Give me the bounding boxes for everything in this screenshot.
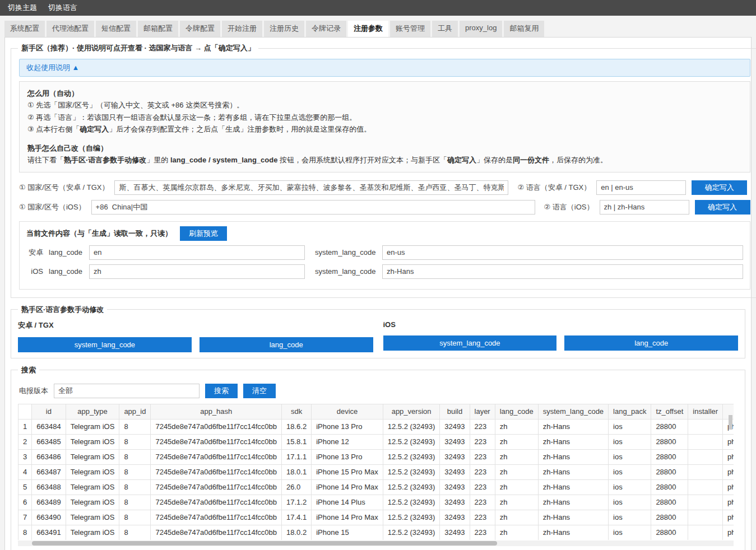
ios-system-lang-code-button[interactable]: system_lang_code — [383, 335, 557, 351]
expert-section: 熟手区·语言参数手动修改 安卓 / TGX system_lang_code l… — [11, 305, 745, 358]
tab-邮箱配置[interactable]: 邮箱配置 — [138, 21, 178, 37]
table-cell: 15.8.1 — [282, 434, 312, 449]
ios-lang-code-button[interactable]: lang_code — [564, 335, 738, 351]
table-header-cell: id — [32, 404, 66, 419]
table-cell: 223 — [470, 449, 495, 464]
tab-proxy_log[interactable]: proxy_log — [460, 21, 502, 37]
table-cell: Telegram iOS — [66, 495, 119, 510]
table-header-cell: lang_code — [495, 404, 538, 419]
table-cell: 3 — [18, 449, 32, 464]
main-panel: 新手区（推荐）· 使用说明可点开查看 · 选国家与语言 → 点「确定写入」 收起… — [4, 37, 752, 550]
table-cell: 663485 — [32, 434, 66, 449]
android-lang-code-value[interactable] — [89, 245, 305, 260]
table-cell: 663489 — [32, 495, 66, 510]
expert-howto-line: 请往下看「熟手区·语言参数手动修改」里的 lang_code / system_… — [27, 154, 742, 166]
table-cell — [688, 525, 723, 540]
tab-令牌配置[interactable]: 令牌配置 — [180, 21, 220, 37]
table-cell: ios — [609, 525, 651, 540]
android-language-input[interactable] — [596, 180, 686, 195]
table-cell: ph.t — [723, 525, 734, 540]
table-cell: zh — [495, 525, 538, 540]
ios-write-button[interactable]: 确定写入 — [695, 200, 750, 215]
tab-短信配置[interactable]: 短信配置 — [96, 21, 136, 37]
table-cell: Telegram iOS — [66, 479, 119, 495]
tab-账号管理[interactable]: 账号管理 — [390, 21, 430, 37]
table-cell: Telegram iOS — [66, 525, 119, 540]
tab-bar: 系统配置代理池配置短信配置邮箱配置令牌配置开始注册注册历史令牌记录注册参数账号管… — [0, 16, 756, 37]
table-cell: iPhone 14 Pro Max — [312, 479, 383, 495]
table-cell: 12.5.2 (32493) — [383, 495, 440, 510]
telegram-version-input[interactable] — [54, 384, 200, 398]
table-cell: 223 — [470, 434, 495, 449]
clear-button[interactable]: 清空 — [243, 384, 276, 398]
table-cell: 223 — [470, 495, 495, 510]
table-cell: 663484 — [32, 419, 66, 434]
expert-android-title: 安卓 / TGX — [18, 320, 373, 330]
table-cell: zh — [495, 449, 538, 464]
android-country-input[interactable] — [114, 180, 508, 195]
tab-代理池配置[interactable]: 代理池配置 — [47, 21, 94, 37]
table-horizontal-scrollbar[interactable] — [18, 540, 734, 546]
table-row: 3663486Telegram iOS87245de8e747a0d6fbe11… — [18, 449, 734, 464]
android-system-lang-code-button[interactable]: system_lang_code — [18, 337, 192, 352]
tab-令牌记录[interactable]: 令牌记录 — [306, 21, 346, 37]
table-cell: Telegram iOS — [66, 419, 119, 434]
collapse-usage-toggle[interactable]: 收起使用说明 ▲ — [19, 59, 750, 77]
table-cell: 18.0.2 — [282, 525, 312, 540]
table-cell — [688, 479, 723, 495]
table-cell: 223 — [470, 510, 495, 525]
android-lang-code-button[interactable]: lang_code — [200, 337, 373, 352]
table-cell — [688, 464, 723, 479]
table-cell: 663486 — [32, 449, 66, 464]
table-cell: 223 — [470, 464, 495, 479]
search-button[interactable]: 搜索 — [205, 384, 238, 398]
table-header-cell: sdk — [282, 404, 312, 419]
table-cell: 28800 — [651, 510, 688, 525]
tab-邮箱复用[interactable]: 邮箱复用 — [504, 21, 544, 37]
ios-lang-code-label: lang_code — [49, 267, 84, 276]
table-cell: 32493 — [440, 495, 470, 510]
table-cell: ios — [609, 419, 651, 434]
table-cell: ios — [609, 449, 651, 464]
table-cell: 12.5.2 (32493) — [383, 479, 440, 495]
current-file-preview: 当前文件内容（与「生成」读取一致，只读） 刷新预览 安卓 lang_code s… — [19, 221, 750, 290]
table-cell: zh — [495, 419, 538, 434]
theme-toggle-link[interactable]: 切换主题 — [8, 3, 37, 13]
tab-注册历史[interactable]: 注册历史 — [264, 21, 304, 37]
table-cell: zh-Hans — [538, 449, 608, 464]
table-cell: ios — [609, 479, 651, 495]
ios-language-input[interactable] — [600, 200, 689, 215]
tab-工具[interactable]: 工具 — [432, 21, 458, 37]
table-cell: 4 — [18, 464, 32, 479]
table-cell: 1 — [18, 419, 32, 434]
table-header-cell: app_version — [383, 404, 440, 419]
tab-注册参数[interactable]: 注册参数 — [348, 21, 388, 37]
tab-开始注册[interactable]: 开始注册 — [222, 21, 262, 37]
table-cell: iPhone 13 Pro — [312, 449, 383, 464]
refresh-preview-button[interactable]: 刷新预览 — [180, 226, 227, 241]
newbie-section: 新手区（推荐）· 使用说明可点开查看 · 选国家与语言 → 点「确定写入」 收起… — [11, 43, 756, 298]
table-cell: iPhone 14 Plus — [312, 495, 383, 510]
table-cell: ph.t — [723, 479, 734, 495]
table-cell: iPhone 14 Pro Max — [312, 510, 383, 525]
table-header-cell: lang_pack — [609, 404, 651, 419]
table-cell: 28800 — [651, 449, 688, 464]
tab-系统配置[interactable]: 系统配置 — [4, 21, 45, 37]
ios-country-input[interactable] — [91, 200, 535, 215]
table-cell: 17.1.2 — [282, 495, 312, 510]
expert-howto-title: 熟手怎么自己改（自编） — [27, 142, 742, 154]
language-toggle-link[interactable]: 切换语言 — [48, 3, 77, 13]
android-write-button[interactable]: 确定写入 — [692, 180, 747, 195]
ios-lang-code-value[interactable] — [89, 264, 305, 279]
table-cell: zh-Hans — [538, 495, 608, 510]
ios-system-lang-code-value[interactable] — [382, 264, 743, 279]
horizontal-scroll-thumb[interactable] — [32, 541, 497, 546]
table-cell: 32493 — [440, 510, 470, 525]
table-header-cell: app_id — [119, 404, 151, 419]
table-cell: 28800 — [651, 495, 688, 510]
android-system-lang-code-label: system_lang_code — [310, 248, 377, 257]
howto-step-1: ① 先选「国家/区号」（可输入中文、英文或 +86 这类区号搜索）。 — [27, 99, 742, 111]
table-header-cell: system_lang_code — [538, 404, 608, 419]
android-system-lang-code-value[interactable] — [382, 245, 743, 260]
table-vertical-scrollbar[interactable] — [729, 415, 732, 430]
